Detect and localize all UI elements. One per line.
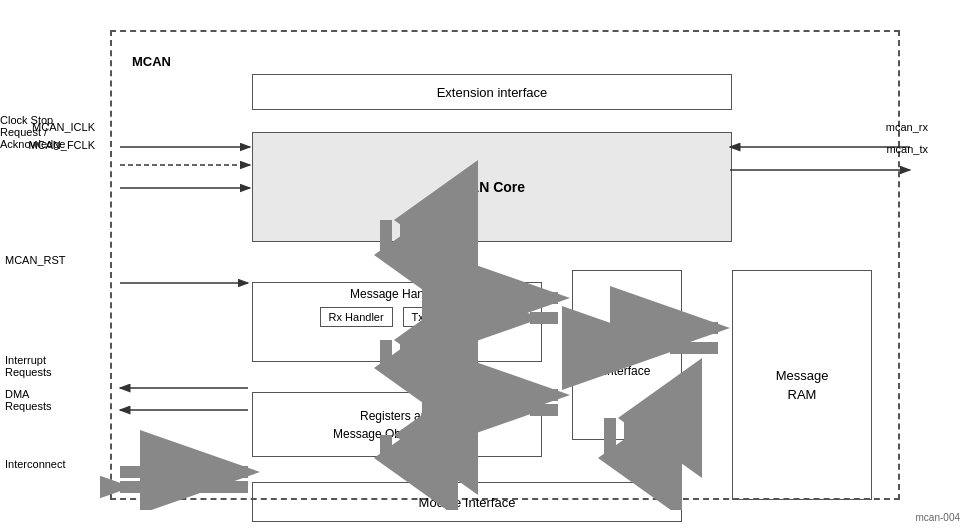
ext-interface-label: Extension interface <box>437 85 548 100</box>
dma-label: DMA Requests <box>5 388 51 412</box>
mcan-label: MCAN <box>132 54 171 69</box>
diagram-container: MCAN Extension interface CAN Core Messag… <box>100 10 940 510</box>
msg-ram-label: MessageRAM <box>776 366 829 405</box>
module-interface-label: Module Interface <box>419 495 516 510</box>
registers-box: Registers andMessage Object Access <box>252 392 542 457</box>
tx-handler-label: Tx Handler <box>412 311 466 323</box>
tx-handler-box: Tx Handler <box>403 307 475 327</box>
interrupt-label: Interrupt Requests <box>5 354 51 378</box>
can-core-box: CAN Core <box>252 132 732 242</box>
clock-stop-label: Clock Stop Request / Acknowledge <box>0 114 65 150</box>
registers-label: Registers andMessage Object Access <box>333 407 461 443</box>
rx-handler-label: Rx Handler <box>329 311 384 323</box>
mcan-rx-label: mcan_rx <box>886 121 928 133</box>
rx-handler-box: Rx Handler <box>320 307 393 327</box>
msg-ram-box: MessageRAM <box>732 270 872 500</box>
bottom-label: mcan-004 <box>916 512 960 523</box>
module-interface-box: Module Interface <box>252 482 682 522</box>
interconnect-label: Interconnect <box>5 458 66 470</box>
mcan-rst-label: MCAN_RST <box>5 254 66 266</box>
mcan-border: MCAN Extension interface CAN Core Messag… <box>110 30 900 500</box>
msg-handler-box: Message Handler Rx Handler Tx Handler <box>252 282 542 362</box>
handler-row: Rx Handler Tx Handler <box>320 307 475 327</box>
ext-interface-box: Extension interface <box>252 74 732 110</box>
msg-ram-interface-label: MessageRAMInterface <box>603 330 652 380</box>
msg-ram-interface-box: MessageRAMInterface <box>572 270 682 440</box>
mcan-tx-label: mcan_tx <box>886 143 928 155</box>
can-core-label: CAN Core <box>459 179 525 195</box>
msg-handler-label: Message Handler <box>350 287 444 301</box>
